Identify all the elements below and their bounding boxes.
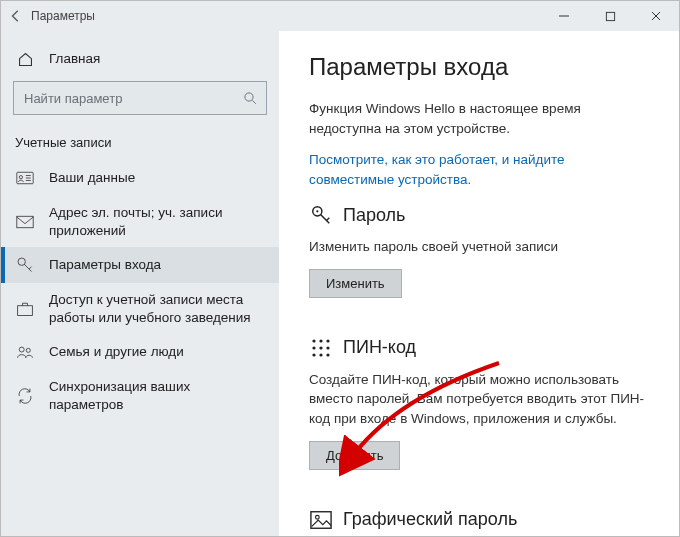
settings-window: Параметры Главная Уч [0, 0, 680, 537]
password-section: Пароль Изменить пароль своей учетной зап… [309, 203, 649, 322]
password-heading: Пароль [343, 205, 405, 226]
sidebar-item-label: Адрес эл. почты; уч. записи приложений [49, 204, 263, 239]
svg-point-23 [312, 346, 315, 349]
sidebar-item-label: Доступ к учетной записи места работы или… [49, 291, 263, 326]
minimize-icon [558, 10, 570, 22]
person-card-icon [15, 168, 35, 188]
svg-point-24 [319, 346, 322, 349]
sidebar-item-work-access[interactable]: Доступ к учетной записи места работы или… [1, 283, 279, 334]
sidebar-item-label: Ваши данные [49, 169, 135, 187]
sidebar-item-sync[interactable]: Синхронизация ваших параметров [1, 370, 279, 421]
svg-rect-1 [606, 12, 614, 20]
svg-rect-9 [17, 216, 33, 227]
svg-rect-29 [311, 511, 331, 528]
svg-line-3 [252, 100, 255, 103]
picture-heading: Графический пароль [343, 509, 517, 530]
close-icon [650, 10, 662, 22]
category-heading: Учетные записи [1, 129, 279, 160]
mail-icon [15, 212, 35, 232]
svg-point-20 [312, 339, 315, 342]
svg-point-22 [326, 339, 329, 342]
svg-point-15 [26, 349, 30, 353]
svg-point-17 [316, 210, 318, 212]
password-desc: Изменить пароль своей учетной записи [309, 237, 649, 257]
svg-point-30 [316, 515, 320, 519]
sync-icon [15, 386, 35, 406]
search-input[interactable] [22, 90, 243, 107]
hello-unavailable-text: Функция Windows Hello в настоящее время … [309, 99, 649, 138]
svg-point-28 [326, 353, 329, 356]
briefcase-icon [15, 299, 35, 319]
svg-line-12 [29, 267, 31, 269]
svg-point-14 [19, 347, 24, 352]
pin-pad-icon [309, 336, 333, 360]
key-icon [15, 255, 35, 275]
search-icon [243, 91, 258, 106]
sidebar: Главная Учетные записи Ваши данные А [1, 31, 279, 536]
home-icon [15, 49, 35, 69]
svg-rect-13 [18, 305, 33, 315]
maximize-icon [605, 11, 616, 22]
picture-icon [309, 508, 333, 532]
maximize-button[interactable] [587, 1, 633, 31]
sidebar-item-label: Параметры входа [49, 256, 161, 274]
search-box[interactable] [13, 81, 267, 115]
back-button[interactable] [1, 1, 31, 31]
sidebar-item-email[interactable]: Адрес эл. почты; уч. записи приложений [1, 196, 279, 247]
svg-point-21 [319, 339, 322, 342]
svg-point-2 [245, 92, 253, 100]
sidebar-item-label: Синхронизация ваших параметров [49, 378, 263, 413]
sidebar-item-your-info[interactable]: Ваши данные [1, 160, 279, 196]
key-icon [309, 203, 333, 227]
pin-desc: Создайте ПИН-код, который можно использо… [309, 370, 649, 429]
home-label: Главная [49, 50, 100, 68]
titlebar: Параметры [1, 1, 679, 31]
hello-learn-more-link[interactable]: Посмотрите, как это работает, и найдите … [309, 150, 649, 189]
sidebar-item-family[interactable]: Семья и другие люди [1, 334, 279, 370]
home-button[interactable]: Главная [1, 41, 279, 77]
people-icon [15, 342, 35, 362]
window-title: Параметры [31, 9, 95, 23]
main-content: Параметры входа Функция Windows Hello в … [279, 31, 679, 536]
page-title: Параметры входа [309, 53, 649, 81]
svg-point-25 [326, 346, 329, 349]
pin-heading: ПИН-код [343, 337, 416, 358]
arrow-left-icon [9, 9, 23, 23]
svg-point-5 [19, 176, 22, 179]
close-button[interactable] [633, 1, 679, 31]
picture-password-section: Графический пароль [309, 508, 649, 532]
svg-point-26 [312, 353, 315, 356]
minimize-button[interactable] [541, 1, 587, 31]
svg-point-27 [319, 353, 322, 356]
sidebar-item-sign-in-options[interactable]: Параметры входа [1, 247, 279, 283]
sidebar-item-label: Семья и другие люди [49, 343, 184, 361]
change-password-button[interactable]: Изменить [309, 269, 402, 298]
add-pin-button[interactable]: Добавить [309, 441, 400, 470]
svg-line-19 [327, 218, 330, 221]
pin-section: ПИН-код Создайте ПИН-код, который можно … [309, 336, 649, 494]
